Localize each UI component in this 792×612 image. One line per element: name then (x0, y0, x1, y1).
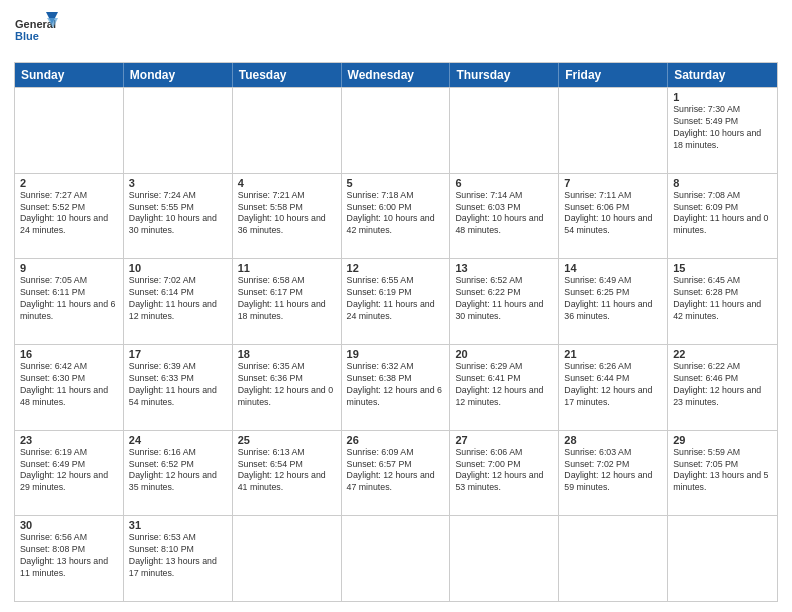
day-number: 20 (455, 348, 553, 360)
calendar-cell-4-7: 22Sunrise: 6:22 AM Sunset: 6:46 PM Dayli… (668, 345, 777, 430)
calendar-cell-1-2 (124, 88, 233, 173)
calendar-body: 1Sunrise: 7:30 AM Sunset: 5:49 PM Daylig… (15, 87, 777, 601)
day-number: 5 (347, 177, 445, 189)
day-info: Sunrise: 6:35 AM Sunset: 6:36 PM Dayligh… (238, 361, 336, 409)
day-info: Sunrise: 6:19 AM Sunset: 6:49 PM Dayligh… (20, 447, 118, 495)
calendar-cell-4-6: 21Sunrise: 6:26 AM Sunset: 6:44 PM Dayli… (559, 345, 668, 430)
day-info: Sunrise: 7:18 AM Sunset: 6:00 PM Dayligh… (347, 190, 445, 238)
calendar-cell-2-3: 4Sunrise: 7:21 AM Sunset: 5:58 PM Daylig… (233, 174, 342, 259)
calendar-cell-5-3: 25Sunrise: 6:13 AM Sunset: 6:54 PM Dayli… (233, 431, 342, 516)
calendar-cell-3-1: 9Sunrise: 7:05 AM Sunset: 6:11 PM Daylig… (15, 259, 124, 344)
calendar: SundayMondayTuesdayWednesdayThursdayFrid… (14, 62, 778, 602)
header-day-thursday: Thursday (450, 63, 559, 87)
day-number: 16 (20, 348, 118, 360)
calendar-cell-4-1: 16Sunrise: 6:42 AM Sunset: 6:30 PM Dayli… (15, 345, 124, 430)
calendar-cell-2-4: 5Sunrise: 7:18 AM Sunset: 6:00 PM Daylig… (342, 174, 451, 259)
calendar-cell-2-1: 2Sunrise: 7:27 AM Sunset: 5:52 PM Daylig… (15, 174, 124, 259)
day-number: 30 (20, 519, 118, 531)
day-info: Sunrise: 6:16 AM Sunset: 6:52 PM Dayligh… (129, 447, 227, 495)
day-number: 9 (20, 262, 118, 274)
day-number: 26 (347, 434, 445, 446)
calendar-cell-5-5: 27Sunrise: 6:06 AM Sunset: 7:00 PM Dayli… (450, 431, 559, 516)
day-number: 14 (564, 262, 662, 274)
day-number: 17 (129, 348, 227, 360)
calendar-cell-3-2: 10Sunrise: 7:02 AM Sunset: 6:14 PM Dayli… (124, 259, 233, 344)
logo-container: General Blue (14, 10, 58, 54)
calendar-cell-4-4: 19Sunrise: 6:32 AM Sunset: 6:38 PM Dayli… (342, 345, 451, 430)
day-info: Sunrise: 6:29 AM Sunset: 6:41 PM Dayligh… (455, 361, 553, 409)
calendar-cell-2-5: 6Sunrise: 7:14 AM Sunset: 6:03 PM Daylig… (450, 174, 559, 259)
calendar-row-1: 1Sunrise: 7:30 AM Sunset: 5:49 PM Daylig… (15, 87, 777, 173)
day-number: 29 (673, 434, 772, 446)
day-info: Sunrise: 6:13 AM Sunset: 6:54 PM Dayligh… (238, 447, 336, 495)
header-day-sunday: Sunday (15, 63, 124, 87)
day-info: Sunrise: 7:11 AM Sunset: 6:06 PM Dayligh… (564, 190, 662, 238)
day-info: Sunrise: 7:21 AM Sunset: 5:58 PM Dayligh… (238, 190, 336, 238)
day-info: Sunrise: 6:53 AM Sunset: 8:10 PM Dayligh… (129, 532, 227, 580)
header-day-monday: Monday (124, 63, 233, 87)
day-number: 11 (238, 262, 336, 274)
header-day-saturday: Saturday (668, 63, 777, 87)
calendar-cell-6-6 (559, 516, 668, 601)
header: General Blue (14, 10, 778, 54)
day-number: 1 (673, 91, 772, 103)
calendar-cell-6-2: 31Sunrise: 6:53 AM Sunset: 8:10 PM Dayli… (124, 516, 233, 601)
day-info: Sunrise: 6:39 AM Sunset: 6:33 PM Dayligh… (129, 361, 227, 409)
calendar-cell-5-2: 24Sunrise: 6:16 AM Sunset: 6:52 PM Dayli… (124, 431, 233, 516)
day-number: 27 (455, 434, 553, 446)
logo: General Blue (14, 10, 58, 54)
calendar-cell-5-4: 26Sunrise: 6:09 AM Sunset: 6:57 PM Dayli… (342, 431, 451, 516)
calendar-cell-6-4 (342, 516, 451, 601)
day-number: 2 (20, 177, 118, 189)
calendar-cell-1-5 (450, 88, 559, 173)
calendar-page: General Blue SundayMondayTuesdayWednesda… (0, 0, 792, 612)
day-info: Sunrise: 6:55 AM Sunset: 6:19 PM Dayligh… (347, 275, 445, 323)
day-info: Sunrise: 7:27 AM Sunset: 5:52 PM Dayligh… (20, 190, 118, 238)
header-day-wednesday: Wednesday (342, 63, 451, 87)
calendar-cell-5-1: 23Sunrise: 6:19 AM Sunset: 6:49 PM Dayli… (15, 431, 124, 516)
calendar-cell-1-4 (342, 88, 451, 173)
calendar-cell-3-5: 13Sunrise: 6:52 AM Sunset: 6:22 PM Dayli… (450, 259, 559, 344)
day-info: Sunrise: 6:32 AM Sunset: 6:38 PM Dayligh… (347, 361, 445, 409)
day-info: Sunrise: 5:59 AM Sunset: 7:05 PM Dayligh… (673, 447, 772, 495)
calendar-row-4: 16Sunrise: 6:42 AM Sunset: 6:30 PM Dayli… (15, 344, 777, 430)
calendar-cell-6-1: 30Sunrise: 6:56 AM Sunset: 8:08 PM Dayli… (15, 516, 124, 601)
day-number: 22 (673, 348, 772, 360)
calendar-cell-1-6 (559, 88, 668, 173)
calendar-cell-6-7 (668, 516, 777, 601)
logo-icon: General Blue (14, 10, 58, 54)
day-info: Sunrise: 7:14 AM Sunset: 6:03 PM Dayligh… (455, 190, 553, 238)
day-info: Sunrise: 6:49 AM Sunset: 6:25 PM Dayligh… (564, 275, 662, 323)
day-info: Sunrise: 6:09 AM Sunset: 6:57 PM Dayligh… (347, 447, 445, 495)
day-info: Sunrise: 6:56 AM Sunset: 8:08 PM Dayligh… (20, 532, 118, 580)
day-info: Sunrise: 6:42 AM Sunset: 6:30 PM Dayligh… (20, 361, 118, 409)
calendar-cell-3-4: 12Sunrise: 6:55 AM Sunset: 6:19 PM Dayli… (342, 259, 451, 344)
calendar-cell-3-7: 15Sunrise: 6:45 AM Sunset: 6:28 PM Dayli… (668, 259, 777, 344)
day-number: 10 (129, 262, 227, 274)
calendar-row-2: 2Sunrise: 7:27 AM Sunset: 5:52 PM Daylig… (15, 173, 777, 259)
day-info: Sunrise: 6:06 AM Sunset: 7:00 PM Dayligh… (455, 447, 553, 495)
calendar-cell-6-3 (233, 516, 342, 601)
day-number: 13 (455, 262, 553, 274)
day-info: Sunrise: 7:30 AM Sunset: 5:49 PM Dayligh… (673, 104, 772, 152)
day-info: Sunrise: 7:08 AM Sunset: 6:09 PM Dayligh… (673, 190, 772, 238)
day-number: 8 (673, 177, 772, 189)
calendar-cell-2-6: 7Sunrise: 7:11 AM Sunset: 6:06 PM Daylig… (559, 174, 668, 259)
calendar-cell-4-5: 20Sunrise: 6:29 AM Sunset: 6:41 PM Dayli… (450, 345, 559, 430)
day-info: Sunrise: 6:58 AM Sunset: 6:17 PM Dayligh… (238, 275, 336, 323)
day-number: 28 (564, 434, 662, 446)
day-info: Sunrise: 6:22 AM Sunset: 6:46 PM Dayligh… (673, 361, 772, 409)
calendar-cell-4-3: 18Sunrise: 6:35 AM Sunset: 6:36 PM Dayli… (233, 345, 342, 430)
calendar-row-3: 9Sunrise: 7:05 AM Sunset: 6:11 PM Daylig… (15, 258, 777, 344)
header-day-tuesday: Tuesday (233, 63, 342, 87)
day-number: 31 (129, 519, 227, 531)
header-day-friday: Friday (559, 63, 668, 87)
svg-text:Blue: Blue (15, 30, 39, 42)
day-number: 25 (238, 434, 336, 446)
calendar-cell-1-1 (15, 88, 124, 173)
day-info: Sunrise: 6:03 AM Sunset: 7:02 PM Dayligh… (564, 447, 662, 495)
calendar-row-6: 30Sunrise: 6:56 AM Sunset: 8:08 PM Dayli… (15, 515, 777, 601)
day-number: 12 (347, 262, 445, 274)
calendar-cell-2-7: 8Sunrise: 7:08 AM Sunset: 6:09 PM Daylig… (668, 174, 777, 259)
day-info: Sunrise: 7:02 AM Sunset: 6:14 PM Dayligh… (129, 275, 227, 323)
